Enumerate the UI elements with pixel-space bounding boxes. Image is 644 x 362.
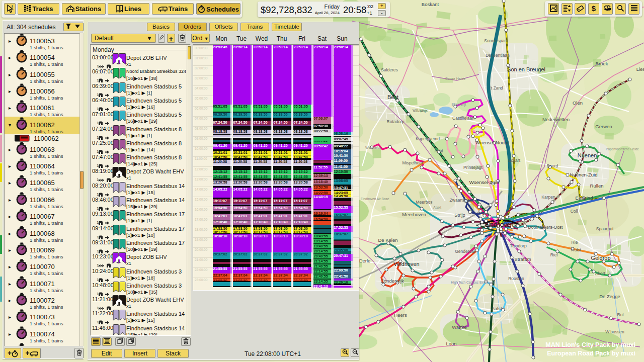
svg-text:Gerwen: Gerwen (595, 124, 612, 129)
svg-text:Rullen: Rullen (590, 183, 604, 189)
svg-text:Sonniuspark: Sonniuspark (484, 38, 508, 43)
svg-text:Eckart: Eckart (508, 158, 521, 163)
svg-text:Prinsejagt: Prinsejagt (463, 165, 482, 170)
svg-text:Tuindorp: Tuindorp (510, 243, 527, 248)
svg-text:Veldhoven: Veldhoven (393, 261, 419, 267)
svg-text:Coll: Coll (571, 209, 578, 214)
svg-text:Stratum: Stratum (514, 256, 531, 262)
svg-text:Best: Best (387, 94, 398, 100)
svg-text:Riel: Riel (550, 252, 558, 257)
svg-text:Nederwetten: Nederwetten (542, 117, 570, 122)
svg-text:Heers: Heers (394, 312, 407, 318)
svg-text:Villawijk: Villawijk (413, 108, 428, 113)
svg-text:De Zegge: De Zegge (599, 294, 620, 299)
svg-text:Karpen: Karpen (541, 195, 555, 200)
svg-text:Kapelbeemd: Kapelbeemd (416, 136, 440, 141)
svg-text:Castiliëlaan: Castiliëlaan (452, 116, 474, 121)
svg-text:De Gentiaan: De Gentiaan (486, 53, 510, 58)
svg-text:Papenvoortsche Heide: Papenvoortsche Heide (606, 147, 639, 151)
svg-text:Rie: Rie (572, 240, 578, 245)
svg-text:Zwaanstraat: Zwaanstraat (450, 198, 473, 203)
svg-text:Loon: Loon (446, 341, 456, 346)
svg-text:Boord: Boord (547, 163, 558, 168)
svg-text:Olen: Olen (573, 100, 583, 106)
svg-text:MAN Lion's City Pack by muxi: MAN Lion's City Pack by muxi (545, 341, 635, 348)
svg-text:Meerbos: Meerbos (416, 200, 432, 205)
svg-text:Salderes: Salderes (381, 67, 398, 72)
svg-text:High Tech Campus Eindhoven: High Tech Campus Eindhoven (451, 281, 495, 285)
svg-text:Aalst: Aalst (491, 306, 502, 311)
svg-text:Sonse Heide: Sonse Heide (445, 77, 465, 80)
svg-text:Boskant: Boskant (422, 2, 439, 7)
svg-text:Atakt: Atakt (433, 206, 441, 209)
svg-text:Hulst: Hulst (571, 247, 581, 252)
svg-text:Eeneind: Eeneind (576, 195, 593, 201)
svg-text:Nuenen: Nuenen (578, 152, 597, 158)
svg-text:Nuenen-Zuid: Nuenen-Zuid (570, 172, 598, 177)
svg-text:'t Zand: 't Zand (490, 85, 503, 90)
svg-text:Ekkersrijt: Ekkersrijt (452, 103, 466, 107)
svg-text:Zonderwijk: Zonderwijk (381, 278, 404, 284)
svg-text:Liesh: Liesh (636, 66, 644, 72)
svg-text:Waalre: Waalre (452, 324, 467, 330)
svg-text:Spaarpot: Spaarpot (596, 226, 614, 231)
svg-text:i: i (12, 5, 13, 9)
svg-text:Strijp: Strijp (454, 212, 465, 218)
svg-text:Westfields: Westfields (365, 146, 382, 149)
svg-text:Acht: Acht (434, 148, 443, 153)
svg-text:Doornakkers-Oost: Doornakkers-Oost (528, 225, 564, 230)
svg-text:Mispelhoef: Mispelhoef (402, 160, 423, 165)
svg-text:European Road Pack by muxi: European Road Pack by muxi (547, 350, 635, 357)
svg-text:Broek: Broek (596, 61, 608, 66)
svg-text:Genderdal: Genderdal (455, 249, 475, 254)
svg-text:Son en Breugel: Son en Breugel (507, 66, 545, 72)
svg-text:Akert: Akert (595, 271, 605, 276)
svg-text:W.bossen: W.bossen (605, 329, 624, 334)
svg-text:Woensel-Noord: Woensel-Noord (475, 140, 509, 145)
svg-text:$: $ (592, 4, 596, 12)
svg-text:Eindhoven: Eindhoven (485, 221, 514, 228)
svg-text:Meerhoven: Meerhoven (402, 212, 426, 217)
svg-text:Derle: Derle (359, 258, 371, 263)
svg-text:Woensel-Zuid: Woensel-Zuid (469, 179, 499, 185)
svg-text:Rul: Rul (617, 312, 624, 317)
svg-text:Roosten: Roosten (508, 276, 524, 281)
svg-text:Geldrop: Geldrop (591, 255, 610, 261)
svg-text:De Kelen: De Kelen (378, 237, 397, 243)
svg-text:Eindhoven Air Base: Eindhoven Air Base (361, 197, 389, 201)
svg-text:Rotadorp: Rotadorp (387, 119, 405, 124)
